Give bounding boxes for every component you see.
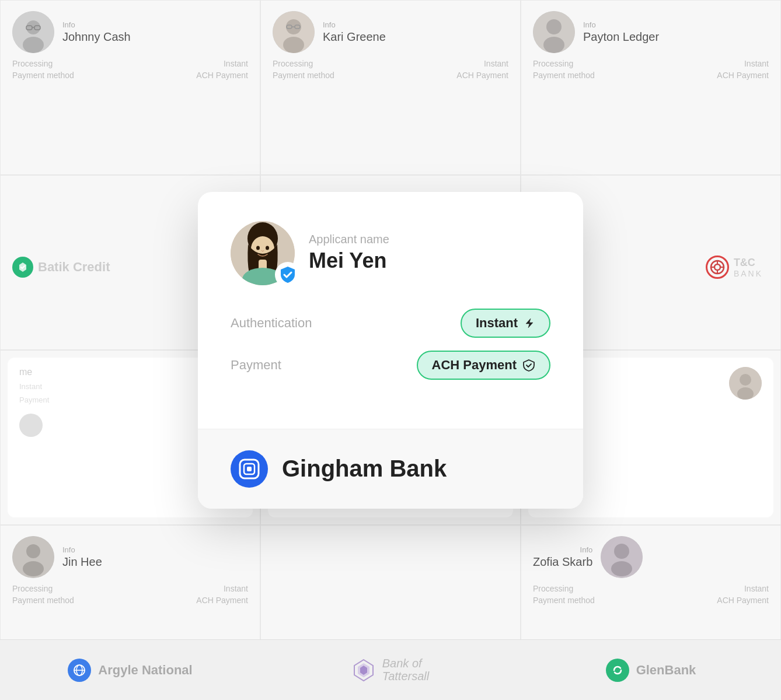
lightning-icon <box>524 317 535 329</box>
payment-label: Payment <box>231 358 281 373</box>
payment-row: Payment ACH Payment <box>231 351 550 380</box>
svg-point-41 <box>256 246 260 250</box>
shield-badge <box>275 262 301 288</box>
auth-label: Authentication <box>231 316 312 331</box>
instant-badge: Instant <box>461 309 550 338</box>
instant-badge-text: Instant <box>476 316 518 331</box>
gingham-bank-name: Gingham Bank <box>282 456 447 482</box>
applicant-label: Applicant name <box>309 233 389 246</box>
ach-badge: ACH Payment <box>417 351 550 380</box>
detail-rows: Authentication Instant Payment ACH Payme… <box>231 309 550 380</box>
modal-top: Applicant name Mei Yen Authentication In… <box>198 192 583 429</box>
gingham-icon <box>231 450 268 488</box>
svg-point-42 <box>266 246 269 250</box>
modal-overlay: Applicant name Mei Yen Authentication In… <box>0 0 781 700</box>
svg-rect-46 <box>247 467 252 471</box>
applicant-name: Mei Yen <box>309 249 389 273</box>
modal-card: Applicant name Mei Yen Authentication In… <box>198 192 583 509</box>
modal-bottom: Gingham Bank <box>198 429 583 509</box>
shield-check-icon <box>522 359 535 372</box>
applicant-section: Applicant name Mei Yen <box>231 221 550 285</box>
ach-badge-text: ACH Payment <box>432 358 517 373</box>
auth-row: Authentication Instant <box>231 309 550 338</box>
avatar-wrapper <box>231 221 295 285</box>
applicant-info: Applicant name Mei Yen <box>309 233 389 273</box>
